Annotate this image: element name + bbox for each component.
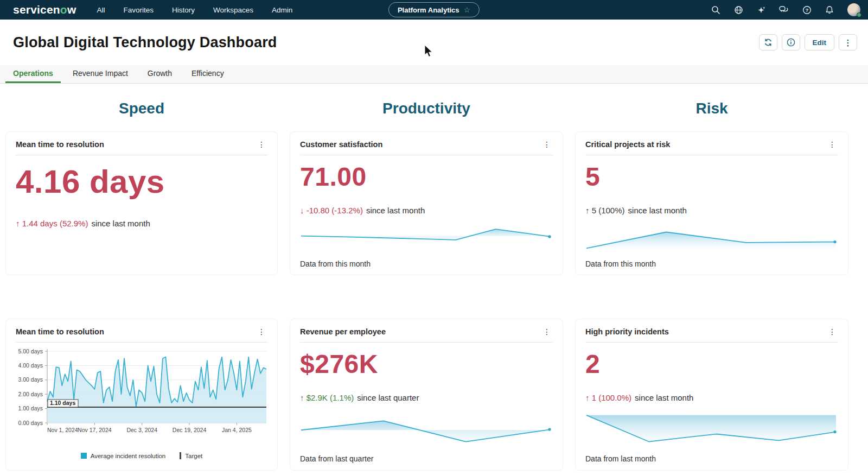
- legend-swatch-average: [81, 453, 87, 459]
- legend-label: Target: [185, 453, 202, 459]
- delta-change: ↑ 1.44 days (52.9%): [16, 219, 88, 228]
- column-headings: Speed Productivity Risk: [5, 100, 868, 117]
- card-title: Customer satisfaction: [300, 140, 382, 149]
- metric-value: 4.16 days: [16, 163, 267, 200]
- user-avatar[interactable]: [847, 3, 860, 16]
- notifications-bell-icon[interactable]: [825, 5, 834, 15]
- nav-item-all[interactable]: All: [97, 6, 105, 14]
- edit-button[interactable]: Edit: [805, 34, 835, 50]
- platform-analytics-pill[interactable]: Platform Analytics ☆: [388, 2, 480, 17]
- delta-suffix: since last month: [635, 393, 693, 402]
- card-kebab-icon[interactable]: ⋮: [541, 140, 553, 149]
- svg-text:4.00 days: 4.00 days: [18, 362, 43, 369]
- column-heading-speed: Speed: [5, 100, 278, 117]
- brand-text-end: w: [67, 3, 76, 16]
- line-chart: 0.00 days1.00 days2.00 days3.00 days4.00…: [16, 347, 267, 451]
- divider: [16, 342, 267, 343]
- tab-growth[interactable]: Growth: [140, 65, 180, 83]
- metric-delta: ↑ 1 (100.0%) since last month: [585, 393, 838, 402]
- page-title: Global Digital Technology Dashboard: [13, 34, 277, 51]
- tab-operations[interactable]: Operations: [5, 65, 61, 83]
- data-period-caption: Data from last month: [585, 454, 838, 463]
- svg-text:1.10 days: 1.10 days: [50, 400, 75, 406]
- card-customer-satisfaction: Customer satisfaction ⋮ 71.00 ↓ -10.80 (…: [290, 131, 563, 275]
- pill-label: Platform Analytics: [398, 6, 459, 14]
- svg-text:3.00 days: 3.00 days: [18, 376, 43, 383]
- header-actions: Edit ⋮: [759, 34, 858, 50]
- card-kebab-icon[interactable]: ⋮: [541, 327, 553, 337]
- delta-suffix: since last month: [91, 219, 150, 228]
- data-period-caption: Data from last quarter: [300, 454, 553, 463]
- dashboard-tabs: Operations Revenue Impact Growth Efficie…: [0, 65, 868, 84]
- sparkline: [300, 225, 553, 253]
- favorite-star-icon[interactable]: ☆: [464, 5, 471, 14]
- brand-o-mark: o: [60, 3, 67, 16]
- delta-change: ↓ -10.80 (-13.2%): [300, 206, 363, 215]
- chat-icon[interactable]: [779, 5, 789, 15]
- legend-swatch-target: [180, 452, 181, 459]
- metric-value: 2: [585, 349, 838, 379]
- svg-text:Nov 1, 2024: Nov 1, 2024: [47, 427, 78, 433]
- dashboard-content: Speed Productivity Risk Mean time to res…: [0, 100, 868, 471]
- card-revenue-per-employee: Revenue per employee ⋮ $276K ↑ $2.9K (1.…: [290, 319, 563, 471]
- help-icon[interactable]: ?: [802, 5, 812, 15]
- cards-row-2: Mean time to resolution ⋮ 0.00 days1.00 …: [5, 319, 868, 471]
- nav-item-admin[interactable]: Admin: [272, 6, 292, 14]
- nav-item-history[interactable]: History: [172, 6, 195, 14]
- globe-icon[interactable]: [733, 5, 743, 15]
- cards-row-1: Mean time to resolution ⋮ 4.16 days ↑ 1.…: [5, 131, 868, 275]
- card-kebab-icon[interactable]: ⋮: [256, 140, 267, 149]
- card-title: Critical projects at risk: [585, 140, 670, 149]
- card-kebab-icon[interactable]: ⋮: [826, 140, 838, 149]
- card-mttr-trend-chart: Mean time to resolution ⋮ 0.00 days1.00 …: [5, 319, 278, 471]
- legend-label: Average incident resolution: [91, 453, 166, 459]
- mttr-chart-svg: 0.00 days1.00 days2.00 days3.00 days4.00…: [16, 347, 269, 449]
- kebab-icon: ⋮: [844, 39, 852, 47]
- card-kebab-icon[interactable]: ⋮: [256, 327, 267, 337]
- info-button[interactable]: [782, 34, 800, 50]
- legend-item-average: Average incident resolution: [81, 453, 166, 459]
- delta-change: ↑ 5 (100%): [585, 206, 625, 215]
- delta-suffix: since last month: [366, 206, 425, 215]
- divider: [300, 155, 553, 155]
- svg-text:Dec 3, 2024: Dec 3, 2024: [126, 427, 157, 433]
- metric-value: 5: [585, 162, 838, 192]
- card-high-priority-incidents: High priority incidents ⋮ 2 ↑ 1 (100.0%)…: [575, 319, 848, 471]
- svg-text:1.00 days: 1.00 days: [18, 405, 43, 411]
- card-mean-time-to-resolution: Mean time to resolution ⋮ 4.16 days ↑ 1.…: [5, 131, 278, 275]
- svg-text:0.00 days: 0.00 days: [18, 420, 43, 426]
- metric-value: 71.00: [300, 162, 553, 192]
- svg-text:5.00 days: 5.00 days: [18, 348, 43, 354]
- search-icon[interactable]: [711, 5, 720, 15]
- top-nav: servicenow All Favorites History Workspa…: [0, 0, 868, 20]
- sparkline: [300, 412, 553, 448]
- card-title: Mean time to resolution: [16, 140, 104, 149]
- card-title: Revenue per employee: [300, 327, 386, 336]
- brand-text: servicen: [13, 3, 60, 16]
- page-header: Global Digital Technology Dashboard Edit…: [0, 20, 868, 65]
- servicenow-logo[interactable]: servicenow: [13, 3, 76, 16]
- tab-revenue-impact[interactable]: Revenue Impact: [65, 65, 136, 83]
- svg-text:Dec 19, 2024: Dec 19, 2024: [173, 427, 207, 433]
- nav-menu: All Favorites History Workspaces Admin: [97, 6, 292, 14]
- divider: [585, 342, 838, 343]
- metric-delta: ↑ 5 (100%) since last month: [585, 206, 838, 215]
- tab-efficiency[interactable]: Efficiency: [184, 65, 232, 83]
- svg-text:?: ?: [805, 7, 808, 12]
- data-period-caption: Data from this month: [300, 259, 553, 268]
- nav-item-favorites[interactable]: Favorites: [123, 6, 154, 14]
- ai-sparkle-icon[interactable]: [756, 5, 766, 15]
- nav-item-workspaces[interactable]: Workspaces: [213, 6, 253, 14]
- column-heading-risk: Risk: [575, 100, 848, 117]
- delta-change: ↑ $2.9K (1.1%): [300, 393, 354, 402]
- svg-text:Jan 4, 2025: Jan 4, 2025: [222, 427, 252, 433]
- refresh-button[interactable]: [759, 34, 777, 50]
- card-title: High priority incidents: [585, 327, 669, 336]
- divider: [300, 342, 553, 343]
- column-heading-productivity: Productivity: [290, 100, 563, 117]
- card-critical-projects-at-risk: Critical projects at risk ⋮ 5 ↑ 5 (100%)…: [575, 131, 848, 275]
- divider: [585, 155, 838, 155]
- card-kebab-icon[interactable]: ⋮: [826, 327, 838, 337]
- divider: [16, 155, 267, 155]
- header-kebab-button[interactable]: ⋮: [839, 34, 857, 50]
